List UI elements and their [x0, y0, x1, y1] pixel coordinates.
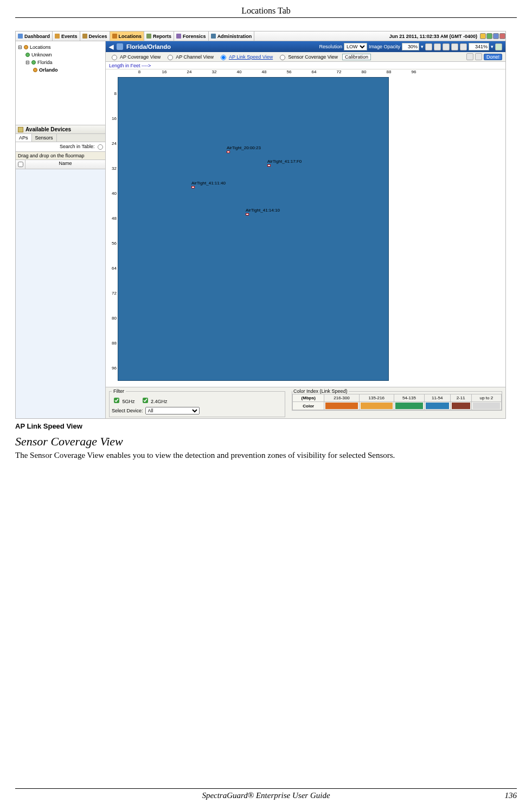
close-icon[interactable] — [499, 33, 505, 39]
device-subtabs: APs Sensors — [16, 134, 105, 142]
swatch — [394, 402, 424, 410]
zoom-input[interactable] — [469, 43, 489, 50]
filter-legend: Filter — [112, 388, 126, 394]
collapse-icon[interactable]: ◀ — [109, 43, 113, 50]
device-list-empty — [16, 169, 105, 418]
tree-node-unknown[interactable]: Unknown — [18, 51, 103, 59]
tree-root[interactable]: ⊟Locations — [18, 43, 103, 51]
export-icon[interactable] — [466, 53, 473, 60]
tree-node-florida[interactable]: ⊟Florida — [18, 59, 103, 66]
select-device[interactable]: All — [145, 407, 200, 414]
location-icon — [117, 43, 123, 50]
left-panel: ⊟Locations Unknown ⊟Florida Orlando Avai… — [16, 41, 106, 418]
swatch — [471, 402, 501, 410]
tab-dashboard[interactable]: Dashboard — [16, 31, 53, 41]
footer-page-number: 136 — [484, 791, 517, 800]
opacity-input[interactable] — [402, 43, 419, 50]
tab-administration[interactable]: Administration — [209, 31, 255, 41]
swatch — [450, 402, 471, 410]
ci-mbps-label: (Mbps) — [293, 394, 324, 402]
tree-node-orlando[interactable]: Orlando — [18, 66, 103, 74]
map-zone: 8 16 24 32 40 48 56 64 72 80 88 96 — [106, 69, 505, 387]
page-footer: SpectraGuard® Enterprise User Guide 136 — [15, 788, 517, 810]
footer-rule — [15, 788, 517, 789]
lock-icon[interactable] — [434, 43, 441, 50]
horizontal-ruler: 8 16 24 32 40 48 56 64 72 80 88 96 — [118, 69, 505, 77]
swatch — [424, 402, 450, 410]
refresh-icon[interactable] — [480, 33, 486, 39]
filter-fieldset: Filter 5GHz 2.4GHz Select Device: All — [109, 388, 285, 417]
resolution-select[interactable]: LOW — [344, 43, 367, 50]
header-rule — [15, 17, 517, 18]
color-index-fieldset: Color Index (Link Speed) (Mbps) 216-300 … — [292, 388, 502, 411]
grid-icon[interactable] — [493, 33, 499, 39]
help-icon[interactable] — [486, 33, 492, 39]
search-icon[interactable] — [98, 144, 103, 150]
swatch — [359, 402, 394, 410]
swatch — [324, 402, 359, 410]
zoom-in-icon[interactable] — [451, 43, 458, 50]
ap-marker[interactable]: AirTight_41:17:F0 — [267, 159, 302, 167]
tab-reports[interactable]: Reports — [144, 31, 174, 41]
viewmode-bar: AP Coverage View AP Channel View AP Link… — [106, 52, 505, 62]
select-all-checkbox[interactable] — [18, 162, 23, 167]
tab-events[interactable]: Events — [53, 31, 80, 41]
chk-24ghz[interactable]: 2.4GHz — [140, 396, 168, 405]
length-label: Length in Feet ----> — [106, 62, 505, 69]
floorplan[interactable]: AirTight_20:00:23 AirTight_41:17:F0 AirT… — [118, 77, 389, 381]
location-tree[interactable]: ⊟Locations Unknown ⊟Florida Orlando — [16, 41, 105, 125]
breadcrumb-path: Florida/Orlando — [126, 43, 171, 50]
resolution-label: Resolution — [319, 44, 342, 49]
vm-ap-channel[interactable]: AP Channel View — [165, 53, 214, 60]
opacity-label: Image Opacity — [369, 44, 400, 49]
pencil-icon[interactable] — [425, 43, 432, 50]
ap-marker[interactable]: AirTight_41:14:10 — [246, 208, 280, 215]
section-body: The Sensor Coverage View enables you to … — [15, 450, 517, 461]
breadcrumb-bar: ◀ Florida/Orlando Resolution LOW Image O… — [106, 41, 505, 52]
device-table-header: Name — [16, 160, 105, 169]
ap-marker[interactable]: AirTight_20:00:23 — [227, 145, 261, 153]
vertical-ruler: 8 16 24 32 40 48 56 64 72 80 88 96 — [106, 69, 118, 387]
main-panel: ◀ Florida/Orlando Resolution LOW Image O… — [106, 41, 505, 418]
section-heading: Sensor Coverage View — [15, 435, 517, 449]
ap-marker[interactable]: AirTight_41:11:40 — [191, 181, 226, 188]
subtab-sensors[interactable]: Sensors — [32, 134, 57, 142]
tab-locations[interactable]: Locations — [110, 31, 145, 41]
bottom-controls: Filter 5GHz 2.4GHz Select Device: All — [106, 387, 505, 418]
name-column-header[interactable]: Name — [25, 160, 105, 169]
zoom-fit-icon[interactable] — [495, 43, 502, 50]
tab-forensics[interactable]: Forensics — [174, 31, 209, 41]
app-screenshot: Dashboard Events Devices Locations Repor… — [15, 31, 506, 419]
image-icon[interactable] — [475, 53, 482, 60]
device-card-icon — [18, 127, 23, 132]
page-header-title: Locations Tab — [15, 3, 517, 17]
calibration-button[interactable]: Calibration — [342, 54, 371, 60]
ci-color-label: Color — [293, 402, 324, 410]
done-button[interactable]: Done! — [484, 54, 502, 60]
select-device-label: Select Device: — [112, 408, 143, 413]
timestamp: Jun 21 2011, 11:02:33 AM (GMT -0400) — [387, 34, 479, 39]
available-devices-header: Available Devices — [16, 125, 105, 134]
subtab-aps[interactable]: APs — [16, 134, 32, 142]
color-index-legend: Color Index (Link Speed) — [292, 388, 349, 394]
vm-sensor-coverage[interactable]: Sensor Coverage View — [277, 53, 338, 60]
printer-icon[interactable] — [443, 43, 450, 50]
main-nav: Dashboard Events Devices Locations Repor… — [16, 31, 505, 41]
figure-caption: AP Link Speed View — [15, 422, 517, 430]
vm-ap-coverage[interactable]: AP Coverage View — [109, 53, 161, 60]
vm-ap-link-speed[interactable]: AP Link Speed View — [218, 53, 273, 60]
zoom-out-icon[interactable] — [460, 43, 467, 50]
search-row: Search in Table: — [16, 142, 105, 152]
drag-hint: Drag and drop on the floormap — [16, 152, 105, 160]
color-index-table: (Mbps) 216-300 135-216 54-135 11-54 2-11… — [292, 394, 502, 410]
tab-devices[interactable]: Devices — [80, 31, 110, 41]
chk-5ghz[interactable]: 5GHz — [112, 396, 135, 405]
footer-title: SpectraGuard® Enterprise User Guide — [48, 791, 484, 800]
